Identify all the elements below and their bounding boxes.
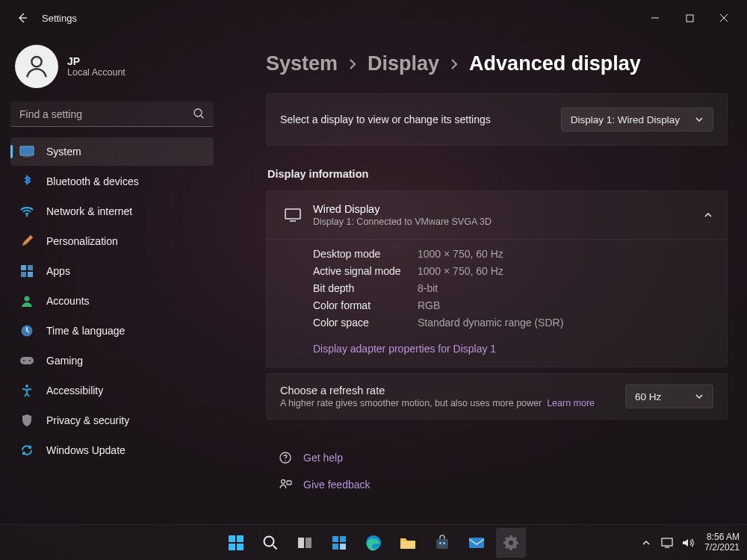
maximize-icon xyxy=(686,14,694,22)
start-button[interactable] xyxy=(221,528,251,558)
tray-time: 8:56 AM xyxy=(704,532,740,543)
table-row: Desktop mode1000 × 750, 60 Hz xyxy=(313,248,713,260)
refresh-rate-dropdown[interactable]: 60 Hz xyxy=(625,385,713,408)
svg-rect-35 xyxy=(439,542,441,544)
breadcrumb: System Display Advanced display xyxy=(266,52,728,75)
widgets-icon xyxy=(331,535,347,551)
search-button[interactable] xyxy=(255,528,285,558)
sidebar-item-bluetooth[interactable]: Bluetooth & devices xyxy=(10,167,214,196)
mail-button[interactable] xyxy=(462,528,492,558)
wifi-icon xyxy=(19,204,34,219)
tray-overflow-button[interactable] xyxy=(639,535,654,550)
search-icon xyxy=(193,108,205,119)
sidebar-item-apps[interactable]: Apps xyxy=(10,257,214,285)
adapter-properties-link[interactable]: Display adapter properties for Display 1 xyxy=(313,343,496,355)
task-view-icon xyxy=(297,535,313,550)
get-help-row[interactable]: Get help xyxy=(278,447,728,469)
sidebar-item-label: Bluetooth & devices xyxy=(46,175,139,187)
svg-rect-23 xyxy=(229,544,235,550)
window-title: Settings xyxy=(42,13,77,24)
table-row: Color formatRGB xyxy=(313,299,713,311)
refresh-rate-title: Choose a refresh rate xyxy=(280,385,625,396)
select-display-label: Select a display to view or change its s… xyxy=(280,113,561,125)
dropdown-value: 60 Hz xyxy=(635,391,661,402)
edge-icon xyxy=(365,534,382,552)
arrow-left-icon xyxy=(16,12,28,24)
widgets-button[interactable] xyxy=(324,528,354,558)
chevron-right-icon xyxy=(450,58,459,70)
svg-rect-20 xyxy=(287,481,291,485)
brush-icon xyxy=(19,234,34,249)
svg-rect-33 xyxy=(400,541,415,549)
give-feedback-row[interactable]: Give feedback xyxy=(278,473,728,496)
volume-tray-icon[interactable] xyxy=(681,535,695,550)
feedback-icon xyxy=(278,478,293,491)
sidebar-item-label: System xyxy=(46,146,81,158)
sidebar-item-system[interactable]: System xyxy=(10,137,214,166)
taskbar: 8:56 AM 7/2/2021 xyxy=(0,524,747,560)
main-content: System Display Advanced display Select a… xyxy=(224,36,747,524)
svg-rect-29 xyxy=(340,536,346,542)
display-name: Wired Display xyxy=(313,203,703,215)
svg-rect-34 xyxy=(436,539,448,549)
give-feedback-link[interactable]: Give feedback xyxy=(303,479,371,491)
svg-rect-26 xyxy=(298,538,304,548)
table-row: Active signal mode1000 × 750, 60 Hz xyxy=(313,265,713,277)
settings-button[interactable] xyxy=(496,528,526,558)
svg-point-13 xyxy=(23,360,25,361)
get-help-link[interactable]: Get help xyxy=(303,452,343,464)
store-button[interactable] xyxy=(427,528,457,558)
clock-tray[interactable]: 8:56 AM 7/2/2021 xyxy=(704,532,740,553)
display-info-header[interactable]: Wired Display Display 1: Connected to VM… xyxy=(267,191,727,239)
svg-point-1 xyxy=(31,57,41,66)
user-profile[interactable]: JP Local Account xyxy=(15,45,214,88)
table-row: Color spaceStandard dynamic range (SDR) xyxy=(313,317,713,329)
sidebar-item-accessibility[interactable]: Accessibility xyxy=(10,376,214,405)
sidebar-item-label: Gaming xyxy=(46,355,83,367)
svg-point-18 xyxy=(285,460,286,461)
sidebar-item-privacy[interactable]: Privacy & security xyxy=(10,406,214,435)
sidebar-item-network[interactable]: Network & internet xyxy=(10,197,214,225)
svg-rect-37 xyxy=(469,538,484,548)
breadcrumb-display[interactable]: Display xyxy=(368,52,439,75)
sidebar-item-label: Accounts xyxy=(46,295,90,307)
shield-icon xyxy=(19,413,34,428)
display-subtitle: Display 1: Connected to VMware SVGA 3D xyxy=(313,217,703,227)
user-subtitle: Local Account xyxy=(67,67,125,78)
close-icon xyxy=(719,13,728,22)
back-button[interactable] xyxy=(13,9,31,27)
task-view-button[interactable] xyxy=(290,528,320,558)
svg-rect-8 xyxy=(21,272,26,277)
svg-rect-40 xyxy=(662,538,672,546)
svg-point-10 xyxy=(25,296,30,302)
search-input[interactable] xyxy=(19,108,187,120)
folder-icon xyxy=(399,535,417,551)
svg-rect-12 xyxy=(20,357,34,364)
search-field[interactable] xyxy=(10,102,214,127)
svg-rect-31 xyxy=(340,544,346,550)
network-tray-icon[interactable] xyxy=(660,535,675,550)
svg-rect-28 xyxy=(332,536,338,542)
svg-rect-27 xyxy=(306,538,311,548)
window-minimize-button[interactable] xyxy=(638,6,672,30)
sidebar-item-time-language[interactable]: Time & language xyxy=(10,317,214,345)
sidebar-item-windows-update[interactable]: Windows Update xyxy=(10,436,214,464)
page-title: Advanced display xyxy=(469,52,641,75)
sidebar: JP Local Account System Bluetooth & devi… xyxy=(0,36,224,524)
select-display-dropdown[interactable]: Display 1: Wired Display xyxy=(561,108,713,131)
breadcrumb-system[interactable]: System xyxy=(266,52,338,75)
svg-point-2 xyxy=(194,109,202,116)
learn-more-link[interactable]: Learn more xyxy=(547,398,595,408)
windows-icon xyxy=(227,534,245,552)
edge-button[interactable] xyxy=(359,528,388,558)
window-close-button[interactable] xyxy=(707,6,741,30)
svg-point-25 xyxy=(264,536,274,546)
svg-point-5 xyxy=(26,215,28,217)
sidebar-item-gaming[interactable]: Gaming xyxy=(10,346,214,375)
svg-rect-22 xyxy=(237,535,244,542)
sidebar-item-accounts[interactable]: Accounts xyxy=(10,287,214,315)
window-maximize-button[interactable] xyxy=(672,6,707,30)
sidebar-item-personalization[interactable]: Personalization xyxy=(10,227,214,255)
bluetooth-icon xyxy=(19,174,34,189)
explorer-button[interactable] xyxy=(393,528,423,558)
